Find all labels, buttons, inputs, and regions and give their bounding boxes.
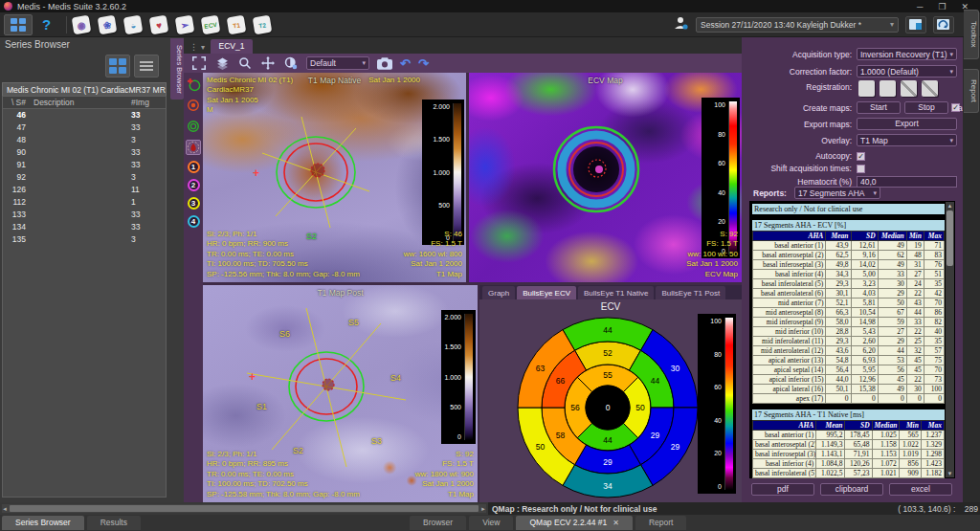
app-3d-heart-icon[interactable]: ♥: [149, 14, 169, 34]
report-scrollbar[interactable]: ▲ ▼: [946, 202, 954, 477]
contour-set-1-button[interactable]: 1: [188, 161, 200, 173]
start-button[interactable]: Start: [857, 101, 901, 114]
excel-button[interactable]: excel: [889, 483, 952, 496]
undo-icon[interactable]: ↶: [400, 56, 411, 71]
tab-bullseye-t1-native[interactable]: BullsEye T1 Native: [578, 286, 654, 299]
column-series-number[interactable]: \ S#: [3, 97, 30, 108]
save-session-button[interactable]: [905, 16, 926, 33]
series-row-126[interactable]: 12611: [3, 184, 166, 196]
series-row-112[interactable]: 1121: [3, 196, 166, 209]
chevron-down-icon: ▾: [873, 189, 877, 197]
viewport-t1-post[interactable]: + T1 Map Post S1 S2 S3 S4 S5 S6 2.0001.5…: [203, 285, 478, 502]
bullseye-chart[interactable]: 555044565244292958664430293450630: [514, 314, 702, 502]
report-row: basal anterior (1)995,2178,451.0255651.2…: [753, 431, 945, 440]
series-row-46[interactable]: 4633: [3, 109, 166, 122]
epi-contour-icon[interactable]: [186, 119, 201, 134]
tab-qmap-ecv[interactable]: QMap ECV 2.2.44 #1✕: [516, 516, 633, 530]
acquisition-type-dropdown[interactable]: Inversion Recovery (T1) ▾: [857, 48, 957, 60]
contour-set-3-button[interactable]: 3: [188, 197, 200, 210]
report-vertical-tab[interactable]: Report: [964, 69, 979, 113]
clipboard-button[interactable]: clipboard: [820, 483, 883, 496]
pan-icon[interactable]: [260, 55, 276, 71]
grid-icon: [109, 58, 126, 74]
snapshot-camera-icon[interactable]: [377, 55, 392, 71]
series-row-47[interactable]: 4733: [3, 122, 166, 134]
reports-dropdown[interactable]: 17 Segments AHA ▾: [794, 187, 880, 199]
series-row-92[interactable]: 923: [3, 171, 166, 184]
stack-layers-icon[interactable]: [214, 55, 230, 71]
pdf-button[interactable]: pdf: [751, 483, 814, 496]
magnifier-icon[interactable]: [237, 55, 253, 71]
series-row-134[interactable]: 13433: [3, 221, 166, 233]
app-qmap-t2-icon[interactable]: T2: [253, 14, 273, 34]
registration-page-icon[interactable]: [880, 80, 896, 97]
list-view-button[interactable]: [134, 55, 159, 77]
app-qmap-ecv-icon[interactable]: ECV: [201, 14, 221, 34]
scroll-down-icon[interactable]: ▼: [946, 471, 954, 476]
tab-ecv-1[interactable]: ECV_1: [211, 39, 253, 54]
viewer-menu-icon[interactable]: ⋮: [189, 42, 198, 52]
correction-factor-dropdown[interactable]: 1.0000 (Default) ▾: [857, 65, 957, 77]
series-row-48[interactable]: 483: [3, 134, 166, 146]
roi-crosshair-icon[interactable]: [186, 77, 201, 92]
registration-nonrigid-icon[interactable]: [922, 80, 938, 97]
patient-tab[interactable]: Medis Chronic MI 02 (T1) CardiacMR37 MR …: [2, 82, 167, 96]
fit-to-window-icon[interactable]: [191, 55, 207, 71]
app-qflow-icon[interactable]: ❀: [98, 14, 118, 34]
chevron-down-icon[interactable]: ▾: [201, 43, 205, 52]
browser-layout-button[interactable]: [4, 14, 33, 35]
help-button[interactable]: ?: [42, 16, 51, 33]
tab-browser[interactable]: Browser: [410, 516, 466, 530]
tab-view[interactable]: View: [469, 516, 513, 530]
session-reset-button[interactable]: [933, 16, 954, 33]
window-level-icon[interactable]: [283, 55, 299, 71]
session-dropdown[interactable]: Session 27/11/2020 13:40 Kayleigh Dukker…: [696, 17, 899, 33]
tab-graph[interactable]: Graph: [482, 286, 515, 299]
tab-series-browser[interactable]: Series Browser: [2, 516, 84, 530]
redo-icon[interactable]: ↷: [418, 56, 429, 71]
registration-rigid-icon[interactable]: [901, 80, 917, 97]
ecv-report-title: 17 Segments AHA - ECV [%]: [752, 220, 945, 231]
scroll-up-icon[interactable]: ▲: [946, 203, 954, 209]
column-description[interactable]: Description: [30, 97, 129, 108]
app-qstrain-icon[interactable]: ◒: [123, 14, 144, 34]
column-img-count[interactable]: #Img: [129, 97, 160, 108]
series-browser-vertical-tab[interactable]: Series Browser: [170, 38, 184, 100]
contour-set-2-button[interactable]: 2: [188, 179, 200, 191]
series-row-90[interactable]: 9033: [3, 146, 166, 159]
tab-bullseye-t1-post[interactable]: BullsEye T1 Post: [656, 286, 725, 299]
export-button[interactable]: Export: [857, 118, 957, 130]
tab-bullseye-ecv[interactable]: BullsEye ECV: [517, 286, 576, 299]
app-qangio-icon[interactable]: ➢: [175, 14, 195, 34]
maximize-button[interactable]: ❐: [938, 2, 946, 11]
series-row-133[interactable]: 13333: [3, 209, 166, 221]
tab-results[interactable]: Results: [87, 516, 141, 530]
series-row-135[interactable]: 1353: [3, 233, 166, 246]
toolbox-vertical-tab[interactable]: Toolbox: [964, 10, 979, 59]
scroll-right-icon[interactable]: ►: [480, 506, 486, 512]
series-row-91[interactable]: 9133: [3, 159, 166, 171]
preset-dropdown[interactable]: Default ▾: [306, 56, 369, 70]
registration-none-icon[interactable]: [858, 80, 875, 97]
viewport-t1-native[interactable]: + Medis Chronic MI 02 (T1)CardiacMR37Sat…: [203, 73, 466, 282]
horizontal-scrollbar[interactable]: ◄ ►: [2, 504, 486, 513]
endo-contour-icon[interactable]: [186, 98, 201, 113]
minimize-button[interactable]: ─: [917, 2, 923, 11]
blood-pool-tool-icon[interactable]: [186, 140, 201, 155]
thumbnail-view-button[interactable]: [105, 55, 130, 77]
scrollbar-thumb[interactable]: [10, 505, 479, 512]
close-icon[interactable]: ✕: [612, 519, 619, 527]
app-qmass-icon[interactable]: ◉: [72, 14, 92, 34]
contour-set-4-button[interactable]: 4: [188, 215, 200, 228]
autocopy-checkbox[interactable]: ✓: [857, 152, 865, 161]
viewport-ecv-map[interactable]: ECV Map 100806040200 S: 92FS: 1.5 Tww: 1…: [469, 73, 742, 282]
scroll-left-icon[interactable]: ◄: [2, 506, 8, 512]
shift-acquisition-checkbox[interactable]: [857, 165, 865, 173]
stop-button[interactable]: Stop: [904, 101, 948, 114]
t1-report-title: 17 Segments AHA - T1 Native [ms]: [752, 409, 945, 420]
overlay-dropdown[interactable]: T1 Map ▾: [857, 134, 957, 146]
tab-report[interactable]: Report: [635, 516, 687, 530]
app-launcher-row: ◉❀◒♥➢ECVT1T2: [73, 16, 271, 33]
scrollbar-thumb[interactable]: [947, 210, 953, 266]
app-qmap-t1-icon[interactable]: T1: [227, 14, 247, 34]
